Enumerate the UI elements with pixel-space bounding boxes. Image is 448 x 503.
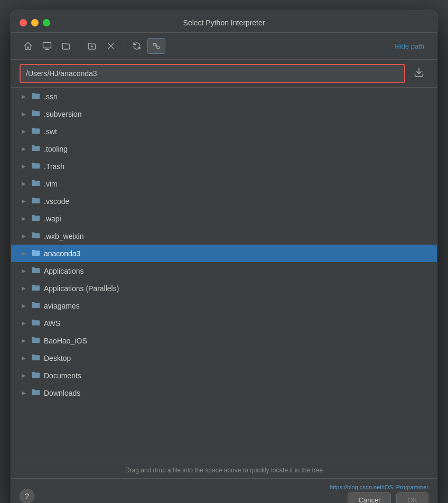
dialog-title: Select Python Interpreter bbox=[183, 18, 265, 27]
hide-path-button[interactable]: Hide path bbox=[390, 40, 428, 52]
folder-icon bbox=[31, 353, 41, 363]
toolbar-separator bbox=[79, 40, 79, 52]
folder-icon bbox=[61, 41, 71, 51]
download-icon bbox=[414, 67, 424, 78]
folder-icon bbox=[31, 318, 41, 328]
download-button[interactable] bbox=[409, 65, 428, 82]
add-folder-button[interactable] bbox=[83, 39, 100, 53]
list-item[interactable]: ▶ .vim bbox=[11, 175, 437, 192]
expand-arrow-icon: ▶ bbox=[20, 216, 28, 221]
item-name: .vscode bbox=[44, 197, 69, 206]
list-item[interactable]: ▶ .swt bbox=[11, 123, 437, 140]
svg-rect-1 bbox=[153, 44, 156, 46]
item-name: .wxb_weixin bbox=[44, 232, 83, 240]
file-list[interactable]: ▶ .ssn▶ .subversion▶ .swt▶ .tooling▶ .Tr… bbox=[11, 88, 437, 462]
refresh-button[interactable] bbox=[128, 39, 145, 53]
path-input[interactable] bbox=[20, 64, 405, 83]
list-item[interactable]: ▶ .Trash bbox=[11, 157, 437, 175]
list-item[interactable]: ▶ Documents bbox=[11, 367, 437, 384]
folder-icon bbox=[31, 126, 41, 136]
item-name: AWS bbox=[44, 319, 60, 328]
monitor-icon bbox=[42, 41, 52, 51]
expand-arrow-icon: ▶ bbox=[20, 390, 28, 396]
home-button[interactable] bbox=[20, 39, 36, 53]
expand-arrow-icon: ▶ bbox=[20, 181, 28, 187]
folder-icon bbox=[31, 91, 41, 101]
folder-icon bbox=[31, 213, 41, 223]
list-item[interactable]: ▶ Downloads bbox=[11, 384, 437, 402]
svg-rect-2 bbox=[157, 46, 160, 49]
path-bar bbox=[11, 60, 437, 88]
folder-icon bbox=[31, 301, 41, 311]
refresh-icon bbox=[132, 41, 142, 51]
help-button[interactable]: ? bbox=[20, 489, 34, 504]
cancel-button[interactable]: Cancel bbox=[348, 492, 391, 503]
maximize-button[interactable] bbox=[43, 19, 50, 26]
item-name: .vim bbox=[44, 180, 58, 188]
status-bar: Drag and drop a file into the space abov… bbox=[11, 462, 437, 478]
list-item[interactable]: ▶ .vscode bbox=[11, 192, 437, 210]
expand-arrow-icon: ▶ bbox=[20, 163, 28, 169]
home-icon bbox=[23, 41, 33, 51]
desktop-button[interactable] bbox=[39, 39, 55, 53]
folder-icon bbox=[31, 161, 41, 171]
expand-arrow-icon: ▶ bbox=[20, 268, 28, 274]
list-item[interactable]: ▶ .wxb_weixin bbox=[11, 227, 437, 245]
list-item[interactable]: ▶ AWS bbox=[11, 314, 437, 332]
toolbar-separator-2 bbox=[124, 40, 124, 52]
list-item[interactable]: ▶ Applications bbox=[11, 262, 437, 280]
delete-button[interactable] bbox=[102, 39, 119, 53]
item-name: Documents bbox=[44, 371, 81, 380]
expand-arrow-icon: ▶ bbox=[20, 198, 28, 204]
item-name: .subversion bbox=[44, 110, 82, 118]
folder-icon bbox=[31, 248, 41, 258]
expand-arrow-icon: ▶ bbox=[20, 303, 28, 309]
expand-arrow-icon: ▶ bbox=[20, 285, 28, 291]
expand-arrow-icon: ▶ bbox=[20, 111, 28, 117]
close-button[interactable] bbox=[20, 19, 27, 26]
folder-icon bbox=[31, 179, 41, 189]
item-name: anaconda3 bbox=[44, 249, 80, 258]
item-name: .tooling bbox=[44, 145, 68, 153]
item-name: .wapi bbox=[44, 215, 61, 223]
list-item[interactable]: ▶ Desktop bbox=[11, 349, 437, 367]
expand-arrow-icon: ▶ bbox=[20, 355, 28, 361]
add-folder-icon bbox=[87, 41, 97, 51]
expand-arrow-icon: ▶ bbox=[20, 94, 28, 99]
folder-icon bbox=[31, 283, 41, 293]
list-item[interactable]: ▶ .subversion bbox=[11, 105, 437, 123]
status-text: Drag and drop a file into the space abov… bbox=[20, 467, 428, 474]
folder-icon bbox=[31, 144, 41, 154]
list-item[interactable]: ▶ BaoHao_iOS bbox=[11, 332, 437, 349]
expand-arrow-icon: ▶ bbox=[20, 372, 28, 378]
list-item[interactable]: ▶ .tooling bbox=[11, 140, 437, 157]
expand-arrow-icon: ▶ bbox=[20, 233, 28, 239]
list-item[interactable]: ▶ anaconda3 bbox=[11, 245, 437, 262]
minimize-button[interactable] bbox=[31, 19, 39, 26]
item-name: .ssn bbox=[44, 92, 58, 101]
footer-buttons: Cancel OK bbox=[348, 492, 428, 503]
folder-icon bbox=[31, 336, 41, 346]
folder-icon bbox=[31, 109, 41, 119]
folder-button[interactable] bbox=[58, 39, 74, 53]
list-item[interactable]: ▶ aviagames bbox=[11, 297, 437, 314]
folder-icon bbox=[31, 266, 41, 276]
item-name: .swt bbox=[44, 127, 57, 136]
list-item[interactable]: ▶ .wapi bbox=[11, 210, 437, 227]
ok-button[interactable]: OK bbox=[396, 492, 428, 503]
folder-icon bbox=[31, 388, 41, 398]
footer-note: https://blog.csdn.net/iOS_Programmer bbox=[330, 484, 428, 490]
list-item[interactable]: ▶ Applications (Parallels) bbox=[11, 280, 437, 297]
expand-arrow-icon: ▶ bbox=[20, 250, 28, 256]
expand-arrow-icon: ▶ bbox=[20, 128, 28, 134]
item-name: Applications bbox=[44, 267, 84, 275]
item-name: Downloads bbox=[44, 389, 80, 397]
expand-arrow-icon: ▶ bbox=[20, 338, 28, 343]
svg-rect-0 bbox=[43, 42, 51, 48]
title-bar: Select Python Interpreter bbox=[11, 11, 437, 33]
expand-arrow-icon: ▶ bbox=[20, 320, 28, 326]
path-toggle-button[interactable] bbox=[147, 38, 165, 54]
folder-icon bbox=[31, 370, 41, 380]
list-item[interactable]: ▶ .ssn bbox=[11, 88, 437, 105]
item-name: Desktop bbox=[44, 354, 71, 362]
